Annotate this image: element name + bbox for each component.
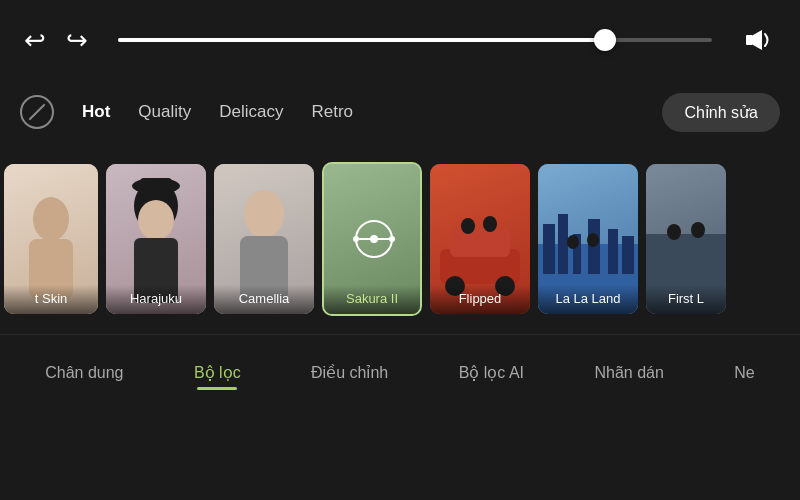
svg-rect-17 [450, 229, 510, 257]
card-label-harajuku: Harajuku [106, 285, 206, 314]
filter-cards-container: t Skin Harajuku Camellia [0, 144, 800, 334]
no-filter-icon [29, 104, 46, 121]
svg-point-33 [691, 222, 705, 238]
svg-point-5 [138, 200, 174, 240]
svg-rect-8 [140, 178, 172, 196]
nav-label-dieu-chinh: Điều chỉnh [311, 363, 388, 382]
card-label-first-l: First L [646, 285, 726, 314]
svg-point-2 [33, 197, 69, 241]
filter-card-light-skin[interactable]: t Skin [4, 164, 98, 314]
svg-rect-23 [543, 224, 555, 274]
filter-card-sakura-ii[interactable]: Sakura II [322, 162, 422, 316]
nav-dieu-chinh[interactable]: Điều chỉnh [303, 363, 396, 382]
nav-label-ne: Ne [734, 364, 754, 382]
svg-point-14 [353, 236, 359, 242]
nav-label-bo-loc-ai: Bộ lọc AI [459, 363, 524, 382]
redo-button[interactable]: ↪ [66, 25, 88, 56]
card-label-sakura-ii: Sakura II [324, 285, 420, 314]
svg-point-32 [667, 224, 681, 240]
card-label-la-la-land: La La Land [538, 285, 638, 314]
nav-active-indicator [197, 387, 237, 390]
nav-label-nhan-dan: Nhãn dán [594, 364, 663, 382]
svg-point-20 [461, 218, 475, 234]
nav-ne[interactable]: Ne [726, 364, 762, 382]
chinh-sua-button[interactable]: Chỉnh sửa [662, 93, 780, 132]
undo-button[interactable]: ↩ [24, 25, 46, 56]
slider-track [118, 38, 605, 42]
nav-label-chan-dung: Chân dung [45, 364, 123, 382]
svg-point-29 [567, 235, 579, 249]
no-filter-button[interactable] [20, 95, 54, 129]
nav-nhan-dan[interactable]: Nhãn dán [586, 364, 671, 382]
filter-card-flipped[interactable]: Flipped [430, 164, 530, 314]
svg-rect-28 [622, 236, 634, 274]
filter-card-harajuku[interactable]: Harajuku [106, 164, 206, 314]
svg-point-30 [587, 233, 599, 247]
slider-thumb[interactable] [594, 29, 616, 51]
nav-bo-loc-ai[interactable]: Bộ lọc AI [451, 363, 532, 382]
tab-quality[interactable]: Quality [138, 102, 191, 122]
svg-marker-1 [753, 30, 762, 50]
filter-card-camellia[interactable]: Camellia [214, 164, 314, 314]
toolbar: ↩ ↪ [0, 0, 800, 80]
card-label-light-skin: t Skin [4, 285, 98, 314]
svg-rect-0 [746, 35, 753, 45]
svg-point-9 [244, 190, 284, 238]
bottom-nav: Chân dung Bộ lọc Điều chỉnh Bộ lọc AI Nh… [0, 334, 800, 404]
volume-icon[interactable] [742, 23, 776, 57]
card-label-flipped: Flipped [430, 285, 530, 314]
svg-rect-27 [608, 229, 618, 274]
tab-retro[interactable]: Retro [312, 102, 354, 122]
filter-card-first-l[interactable]: First L [646, 164, 726, 314]
card-label-camellia: Camellia [214, 285, 314, 314]
nav-bo-loc[interactable]: Bộ lọc [186, 363, 249, 382]
svg-point-21 [483, 216, 497, 232]
svg-point-13 [370, 235, 378, 243]
filter-tabs: Hot Quality Delicacy Retro Chỉnh sửa [0, 80, 800, 144]
svg-rect-24 [558, 214, 568, 274]
tab-delicacy[interactable]: Delicacy [219, 102, 283, 122]
tab-hot[interactable]: Hot [82, 102, 110, 122]
progress-slider[interactable] [118, 38, 712, 42]
svg-point-15 [389, 236, 395, 242]
nav-chan-dung[interactable]: Chân dung [37, 364, 131, 382]
nav-label-bo-loc: Bộ lọc [194, 363, 241, 382]
filter-card-la-la-land[interactable]: La La Land [538, 164, 638, 314]
